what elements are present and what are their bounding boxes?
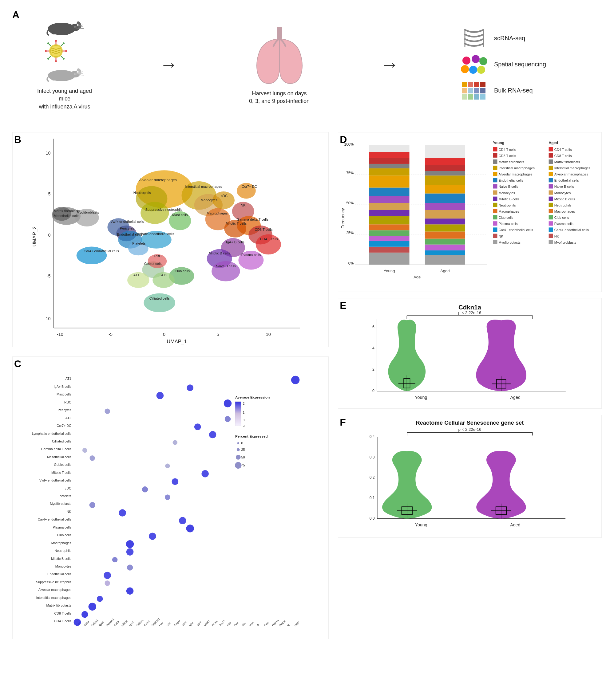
svg-rect-310 <box>493 190 498 195</box>
svg-text:AT1: AT1 <box>133 273 139 277</box>
svg-text:Interstitial macrophages: Interstitial macrophages <box>499 166 535 170</box>
svg-rect-333 <box>549 160 553 164</box>
svg-point-220 <box>201 470 208 477</box>
svg-point-219 <box>172 478 179 485</box>
svg-text:Lymphatic endothelial cells: Lymphatic endothelial cells <box>32 432 71 435</box>
svg-rect-349 <box>549 209 553 213</box>
svg-text:Myofibroblasts: Myofibroblasts <box>554 241 577 244</box>
svg-point-4 <box>78 25 79 26</box>
svg-text:Aged: Aged <box>549 141 558 145</box>
svg-text:Mast cells: Mast cells <box>172 213 188 217</box>
svg-text:RBC: RBC <box>64 400 71 404</box>
svg-point-9 <box>64 32 69 35</box>
svg-rect-278 <box>425 245 465 250</box>
svg-text:Matrix fibroblasts: Matrix fibroblasts <box>46 603 71 607</box>
svg-rect-264 <box>369 224 409 230</box>
svg-rect-260 <box>369 247 409 253</box>
svg-text:Monocytes: Monocytes <box>201 198 218 202</box>
svg-point-213 <box>186 525 194 532</box>
svg-rect-51 <box>462 88 467 93</box>
svg-text:Pericytes: Pericytes <box>58 408 71 412</box>
bottom-section: B -10 -5 0 5 10 -10 -5 0 5 10 <box>12 132 602 639</box>
svg-text:NK: NK <box>241 203 246 207</box>
svg-point-105 <box>144 293 175 313</box>
svg-rect-318 <box>493 215 498 220</box>
svg-text:Ccr7+ DC: Ccr7+ DC <box>242 185 257 188</box>
svg-text:Ccrz: Ccrz <box>263 621 270 627</box>
svg-text:Ccr7: Ccr7 <box>196 621 202 627</box>
svg-text:Gamma delta T cells: Gamma delta T cells <box>41 447 71 451</box>
svg-rect-282 <box>425 218 465 224</box>
lung-caption: Harvest lungs on days0, 3, and 9 post-in… <box>249 90 310 105</box>
svg-rect-326 <box>493 240 498 244</box>
svg-text:p < 2.22e-16: p < 2.22e-16 <box>458 427 481 432</box>
svg-line-20 <box>49 43 51 46</box>
svg-point-229 <box>105 408 110 414</box>
svg-text:50%: 50% <box>346 201 354 205</box>
svg-text:Macrophages: Macrophages <box>499 210 519 213</box>
svg-rect-322 <box>493 227 498 232</box>
svg-line-24 <box>49 56 51 58</box>
panel-a: A <box>12 9 602 126</box>
svg-rect-279 <box>425 239 465 245</box>
svg-text:Mki67: Mki67 <box>203 620 211 627</box>
svg-point-36 <box>51 78 56 80</box>
svg-rect-273 <box>369 158 409 164</box>
svg-text:Mitotic T cells: Mitotic T cells <box>226 222 247 225</box>
svg-text:Alveolar macrophages: Alveolar macrophages <box>139 178 176 182</box>
svg-text:Endothelial cells: Endothelial cells <box>499 178 523 182</box>
svg-text:Interstitial macrophages: Interstitial macrophages <box>554 166 591 170</box>
svg-line-26 <box>61 56 63 58</box>
svg-rect-302 <box>493 166 498 170</box>
svg-text:AT2: AT2 <box>65 416 71 420</box>
svg-text:Vwf+ endothelial cells: Vwf+ endothelial cells <box>39 478 71 482</box>
svg-rect-355 <box>549 227 553 232</box>
svg-text:Mast cells: Mast cells <box>57 392 71 396</box>
svg-rect-58 <box>480 94 486 100</box>
svg-text:CD8 T cells: CD8 T cells <box>499 154 516 158</box>
svg-text:Mitotic B cells: Mitotic B cells <box>499 197 520 201</box>
svg-text:IgA+ B cells: IgA+ B cells <box>226 240 244 244</box>
svg-text:CD4 T cells: CD4 T cells <box>260 237 278 241</box>
svg-text:Matrix fibroblasts: Matrix fibroblasts <box>499 160 525 164</box>
svg-rect-298 <box>493 153 498 158</box>
svg-rect-320 <box>493 221 498 226</box>
svg-text:5: 5 <box>217 332 219 337</box>
svg-point-206 <box>105 580 110 586</box>
svg-rect-272 <box>369 164 409 168</box>
svg-rect-277 <box>425 250 465 255</box>
svg-point-46 <box>477 66 485 74</box>
svg-text:Igkc: Igkc <box>188 621 194 627</box>
mouse-dark-icon <box>45 18 85 37</box>
svg-point-226 <box>194 423 201 430</box>
svg-text:Neutrophils: Neutrophils <box>133 191 151 195</box>
svg-point-214 <box>179 517 186 524</box>
svg-text:CD4 T cells: CD4 T cells <box>554 148 572 151</box>
svg-point-222 <box>89 455 95 461</box>
svg-point-221 <box>165 463 170 468</box>
svg-text:CD4 T cells: CD4 T cells <box>499 148 516 151</box>
umap-plot: -10 -5 0 5 10 -10 -5 0 5 10 UMAP_1 UMAP_… <box>13 133 328 347</box>
svg-rect-359 <box>549 240 553 244</box>
svg-point-37 <box>64 78 69 81</box>
svg-rect-274 <box>369 152 409 158</box>
svg-rect-275 <box>369 145 409 152</box>
svg-text:-1: -1 <box>243 424 246 428</box>
spatial-icon <box>460 54 488 74</box>
spatial-label: Spatial sequencing <box>494 61 546 68</box>
svg-text:Car4+ endothelial cells: Car4+ endothelial cells <box>499 228 533 232</box>
mice-icons <box>45 18 85 83</box>
panel-a-label: A <box>12 9 20 21</box>
svg-point-208 <box>127 564 133 571</box>
svg-text:Plasma cells: Plasma cells <box>241 253 261 257</box>
seq-row-spatial: Spatial sequencing <box>460 54 583 74</box>
svg-point-201 <box>74 618 81 626</box>
svg-rect-343 <box>549 190 553 195</box>
svg-text:Ccl21a: Ccl21a <box>136 619 144 627</box>
svg-rect-283 <box>425 210 465 218</box>
svg-text:Ig: Ig <box>286 623 290 627</box>
svg-text:Lbp: Lbp <box>166 622 171 627</box>
svg-text:Pericytes: Pericytes <box>120 226 134 230</box>
svg-rect-286 <box>425 185 465 193</box>
svg-text:Myofibroblasts: Myofibroblasts <box>50 502 71 505</box>
